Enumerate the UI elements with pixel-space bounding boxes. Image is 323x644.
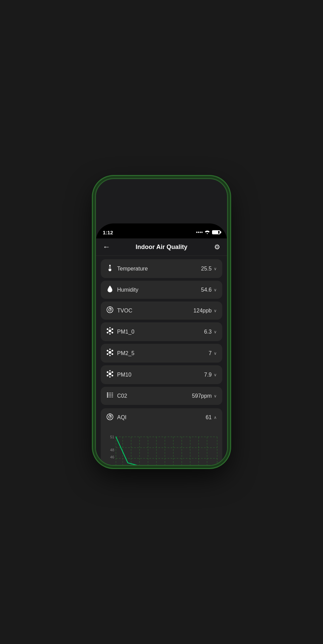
tvoc-chevron: ∨ bbox=[214, 308, 217, 313]
svg-point-25 bbox=[112, 375, 113, 377]
aqi-header[interactable]: AQI 61 ∧ bbox=[101, 408, 222, 427]
back-button[interactable]: ← bbox=[103, 243, 115, 251]
humidity-value-group: 54.6 ∨ bbox=[201, 287, 217, 293]
svg-point-27 bbox=[109, 376, 111, 378]
signal-icon bbox=[196, 232, 202, 233]
svg-point-9 bbox=[112, 328, 113, 330]
svg-text:46: 46 bbox=[110, 455, 114, 459]
metric-row-temperature[interactable]: Temperature 25.5 ∨ bbox=[101, 259, 222, 278]
volume-down-button[interactable] bbox=[96, 191, 98, 203]
temperature-label: Temperature bbox=[117, 266, 148, 272]
metric-left-tvoc: TVOC bbox=[106, 306, 132, 315]
co2-chevron: ∨ bbox=[214, 394, 217, 398]
tvoc-label: TVOC bbox=[117, 308, 132, 314]
svg-point-7 bbox=[109, 330, 111, 332]
pm10-chevron: ∨ bbox=[214, 330, 217, 334]
svg-point-8 bbox=[107, 328, 109, 330]
pm25-chevron: ∨ bbox=[214, 351, 217, 356]
aqi-chart: 51 48 46 43 40 09:02 09:57 bbox=[101, 427, 222, 466]
temperature-chevron: ∨ bbox=[214, 266, 217, 271]
status-icons bbox=[196, 230, 220, 235]
settings-button[interactable]: ⚙ bbox=[208, 243, 220, 251]
pm10b-chevron: ∨ bbox=[214, 372, 217, 377]
battery-icon bbox=[212, 230, 220, 234]
metric-left-co2: C02 bbox=[106, 392, 127, 400]
svg-point-20 bbox=[109, 355, 111, 356]
metric-left-pm10: PM1_0 bbox=[106, 327, 135, 336]
pm25-icon bbox=[106, 349, 114, 358]
aqi-left: AQI bbox=[106, 413, 127, 422]
metric-row-tvoc[interactable]: TVOC 124ppb ∨ bbox=[101, 302, 222, 320]
volume-up-button[interactable] bbox=[96, 179, 98, 191]
svg-point-10 bbox=[107, 332, 109, 334]
temperature-value-group: 25.5 ∨ bbox=[201, 266, 217, 272]
pm10-icon bbox=[106, 370, 114, 379]
svg-point-13 bbox=[109, 333, 111, 335]
pm25-value: 7 bbox=[209, 350, 212, 356]
tvoc-value-group: 124ppb ∨ bbox=[194, 308, 217, 314]
pm10-value-group: 6.3 ∨ bbox=[204, 329, 217, 335]
svg-point-14 bbox=[109, 351, 111, 354]
co2-value-group: 597ppm ∨ bbox=[192, 393, 217, 399]
svg-point-19 bbox=[109, 349, 111, 350]
metric-row-pm10[interactable]: PM1_0 6.3 ∨ bbox=[101, 322, 222, 341]
phone-screen: 1:12 bbox=[96, 223, 227, 466]
tvoc-icon bbox=[106, 306, 114, 315]
chart-svg: 51 48 46 43 40 09:02 09:57 bbox=[104, 430, 219, 466]
svg-point-18 bbox=[112, 353, 113, 355]
svg-point-11 bbox=[112, 332, 113, 334]
metric-left-pm10b: PM10 bbox=[106, 370, 131, 379]
aqi-chevron: ∧ bbox=[214, 415, 217, 420]
metric-left-humidity: Humidity bbox=[106, 286, 138, 294]
pm25-value-group: 7 ∨ bbox=[209, 350, 217, 356]
phone-frame: 1:12 bbox=[95, 178, 228, 466]
svg-text:48: 48 bbox=[110, 448, 114, 452]
temperature-value: 25.5 bbox=[201, 266, 212, 272]
pm10b-label: PM10 bbox=[117, 372, 131, 378]
svg-point-12 bbox=[109, 327, 111, 328]
metric-row-co2[interactable]: C02 597ppm ∨ bbox=[101, 387, 222, 405]
metric-row-pm25[interactable]: PM2_5 7 ∨ bbox=[101, 344, 222, 363]
humidity-value: 54.6 bbox=[201, 287, 212, 293]
tvoc-value: 124ppb bbox=[194, 308, 212, 314]
humidity-label: Humidity bbox=[117, 287, 138, 293]
app-header: ← Indoor Air Quality ⚙ bbox=[96, 238, 227, 256]
pm10b-value: 7.9 bbox=[204, 372, 212, 378]
svg-rect-2 bbox=[110, 266, 110, 269]
pm25-label: PM2_5 bbox=[117, 350, 135, 356]
co2-icon bbox=[106, 392, 114, 400]
metric-left-pm25: PM2_5 bbox=[106, 349, 135, 358]
svg-point-24 bbox=[107, 375, 109, 377]
status-bar: 1:12 bbox=[96, 223, 227, 238]
co2-label: C02 bbox=[117, 393, 127, 399]
aqi-value-group: 61 ∧ bbox=[206, 414, 217, 421]
aqi-icon bbox=[106, 413, 114, 422]
metric-row-humidity[interactable]: Humidity 54.6 ∨ bbox=[101, 281, 222, 299]
metric-row-pm10b[interactable]: PM10 7.9 ∨ bbox=[101, 365, 222, 384]
svg-text:51: 51 bbox=[110, 435, 114, 439]
wifi-icon bbox=[205, 230, 210, 235]
metrics-list: Temperature 25.5 ∨ bbox=[96, 256, 227, 408]
pm1-icon bbox=[106, 327, 114, 336]
page-title: Indoor Air Quality bbox=[136, 244, 187, 251]
aqi-section[interactable]: AQI 61 ∧ bbox=[101, 408, 222, 466]
pm10-label: PM1_0 bbox=[117, 329, 135, 335]
aqi-value: 61 bbox=[206, 414, 212, 421]
status-time: 1:12 bbox=[103, 230, 113, 235]
metric-left-temperature: Temperature bbox=[106, 264, 148, 273]
power-button[interactable] bbox=[96, 203, 98, 223]
content-area: ← Indoor Air Quality ⚙ bbox=[96, 238, 227, 466]
svg-point-16 bbox=[112, 350, 113, 352]
humidity-chevron: ∨ bbox=[214, 288, 217, 292]
svg-point-22 bbox=[107, 371, 109, 373]
thermometer-icon bbox=[106, 264, 114, 273]
notch bbox=[139, 223, 184, 233]
svg-point-26 bbox=[109, 370, 111, 371]
svg-point-23 bbox=[112, 371, 113, 373]
svg-point-17 bbox=[107, 353, 109, 355]
aqi-label: AQI bbox=[117, 414, 127, 421]
svg-point-21 bbox=[109, 372, 111, 375]
svg-point-15 bbox=[107, 350, 109, 352]
pm10b-value-group: 7.9 ∨ bbox=[204, 372, 217, 378]
pm10-value: 6.3 bbox=[204, 329, 212, 335]
